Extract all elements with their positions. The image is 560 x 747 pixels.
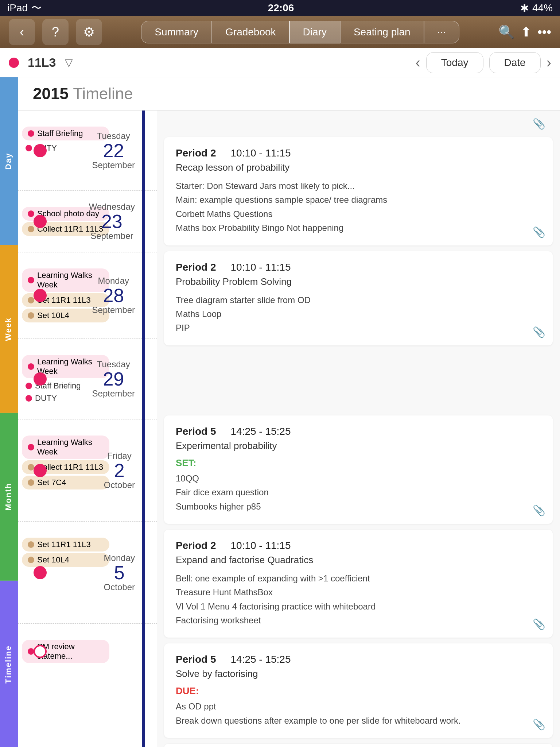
date-label-tue29: Tuesday 29 September <box>92 359 135 399</box>
month-name-tue29: September <box>92 388 135 399</box>
timeline-dot-mon5 <box>34 566 47 579</box>
lesson-title-fri2-p5: Solve by factorising <box>176 668 541 680</box>
sidebar-tab-week[interactable]: Week <box>0 245 18 413</box>
ipad-label: iPad <box>7 2 28 14</box>
timeline-dot-wed23 <box>34 215 47 228</box>
period-label-tue22-p2a: Period 2 <box>176 147 216 159</box>
timeline-dot-tue29 <box>34 372 47 386</box>
year-number: 2015 <box>33 85 69 102</box>
bluetooth-icon: ✱ <box>520 2 529 14</box>
today-button[interactable]: Today <box>426 52 483 73</box>
top-attachment: 📎 <box>164 116 553 131</box>
event-learning-walks-fri2[interactable]: Learning Walks Week <box>22 436 109 459</box>
help-button[interactable]: ? <box>42 19 69 45</box>
period-time-fri2-p5: 14:25 - 15:25 <box>230 654 291 665</box>
staff-briefing-dot-tue29 <box>26 383 32 389</box>
lesson-body-fri2-p5: As OD ppt Break down questions after exa… <box>176 700 541 728</box>
set-label-mon28-p5: SET: <box>176 457 541 469</box>
learning-walks-dot-fri2 <box>28 444 34 450</box>
set-10l4-dot-mon5 <box>28 557 34 563</box>
day-section-fri2: Learning Walks Week Collect 11R1 11L3 Se… <box>18 419 157 522</box>
tab-more[interactable]: ··· <box>424 21 459 43</box>
left-column: Staff Briefing DUTY Tuesday 22 September <box>18 111 157 747</box>
lesson-body-tue29-p2: Bell: one example of expanding with >1 c… <box>176 572 541 628</box>
staff-briefing-dot <box>28 130 34 137</box>
lesson-title-tue22-p2b: Probability Problem Solving <box>176 276 541 287</box>
event-set-11r1-mon5[interactable]: Set 11R1 11L3 <box>22 538 109 551</box>
timeline-container: Staff Briefing DUTY Tuesday 22 September <box>18 111 560 747</box>
lesson-title-tue29-p2: Expand and factorise Quadratics <box>176 554 541 566</box>
tab-gradebook[interactable]: Gradebook <box>212 21 289 43</box>
settings-button[interactable]: ⚙ <box>76 19 102 45</box>
nav-tabs: Summary Gradebook Diary Seating plan ··· <box>109 21 491 43</box>
duty-label-tue29: DUTY <box>35 394 57 403</box>
day-number-wed23: 23 <box>89 212 135 231</box>
lesson-header-tue22-p2a: Period 2 10:10 - 11:15 <box>176 147 541 159</box>
prev-button[interactable]: ‹ <box>415 52 420 73</box>
date-nav: ‹ Today Date › <box>415 52 551 73</box>
event-set-7c4-fri2[interactable]: Set 7C4 <box>22 476 109 489</box>
date-label-mon28: Monday 28 September <box>92 276 135 315</box>
pm-review-label: PM review stateme... <box>37 642 104 661</box>
nav-bar: ‹ ? ⚙ Summary Gradebook Diary Seating pl… <box>0 16 560 48</box>
collect-11r1-dot <box>28 226 34 232</box>
period-label-mon28-p5: Period 5 <box>176 426 216 437</box>
sidebar-tab-timeline[interactable]: Timeline <box>0 581 18 747</box>
set-10l4-label-mon5: Set 10L4 <box>37 555 69 565</box>
nav-right-icons: 🔍 ⬆ ••• <box>498 24 551 40</box>
back-button[interactable]: ‹ <box>9 19 35 45</box>
attachment-icon-tue22-p2a: 📎 <box>533 226 545 238</box>
lesson-card-fri2-p5: Period 5 14:25 - 15:25 Solve by factoris… <box>164 643 553 738</box>
learning-walks-label-fri2: Learning Walks Week <box>37 438 104 457</box>
day-number-mon28: 28 <box>92 286 135 305</box>
month-name-tue22: September <box>92 160 135 170</box>
class-bar: 11L3 ▽ ‹ Today Date › <box>0 48 560 77</box>
collect-label-fri2: Collect 11R1 11L3 <box>37 462 103 472</box>
timeline-section: 2015 Timeline Staff Briefing <box>18 77 560 747</box>
class-dropdown-arrow[interactable]: ▽ <box>65 57 73 69</box>
battery-label: 44% <box>532 2 553 14</box>
duty-dot-tue22 <box>26 145 32 151</box>
learning-walks-dot-mon28 <box>28 277 34 283</box>
event-set-10l4-mon5[interactable]: Set 10L4 <box>22 553 109 567</box>
date-label-wed23: Wednesday 23 September <box>89 202 135 241</box>
search-icon[interactable]: 🔍 <box>498 24 515 40</box>
tab-seating-plan[interactable]: Seating plan <box>340 21 424 43</box>
next-button[interactable]: › <box>547 52 551 73</box>
school-photo-dot <box>28 210 34 217</box>
tab-diary[interactable]: Diary <box>289 21 340 43</box>
learning-walks-dot-tue29 <box>28 363 34 370</box>
class-name: 11L3 <box>28 55 56 70</box>
lesson-header-mon28-p5: Period 5 14:25 - 15:25 <box>176 426 541 437</box>
share-icon[interactable]: ⬆ <box>521 24 532 40</box>
lesson-body-tue22-p2b: Tree diagram starter slide from OD Maths… <box>176 293 541 335</box>
lesson-card-tue22-p2b: Period 2 10:10 - 11:15 Probability Probl… <box>164 251 553 345</box>
wifi-icon: 〜 <box>31 1 42 15</box>
sidebar-tab-day[interactable]: Day <box>0 77 18 245</box>
staff-briefing-label: Staff Briefing <box>37 129 83 138</box>
day-section-mon5: Set 11R1 11L3 Set 10L4 Monday 5 October <box>18 522 157 624</box>
date-label-mon5: Monday 5 October <box>104 553 135 592</box>
date-label-fri2: Friday 2 October <box>104 451 135 490</box>
lesson-header-tue29-p2: Period 2 10:10 - 11:15 <box>176 540 541 551</box>
timeline-label: Timeline <box>73 85 133 102</box>
period-label-tue22-p2b: Period 2 <box>176 262 216 273</box>
right-column: 📎 Period 2 10:10 - 11:15 Recap lesson of… <box>157 111 560 747</box>
set-11r1-label-mon5: Set 11R1 11L3 <box>37 540 91 549</box>
class-color-dot <box>9 58 19 68</box>
attachment-icon-tue22-p2b: 📎 <box>533 326 545 338</box>
period-time-tue22-p2a: 10:10 - 11:15 <box>230 147 291 159</box>
attachment-icon-mon28-p5: 📎 <box>533 504 545 516</box>
due-label-fri2-p5: DUE: <box>176 685 541 697</box>
day-section-tue29: Learning Walks Week Staff Briefing DUTY … <box>18 339 157 419</box>
lesson-header-fri2-p5: Period 5 14:25 - 15:25 <box>176 654 541 665</box>
day-number-tue22: 22 <box>92 141 135 160</box>
overflow-icon[interactable]: ••• <box>537 24 551 40</box>
status-time: 22:06 <box>268 2 294 14</box>
date-button[interactable]: Date <box>489 52 541 73</box>
tab-summary[interactable]: Summary <box>141 21 212 43</box>
day-name-tue22: Tuesday <box>92 131 135 141</box>
day-name-tue29: Tuesday <box>92 359 135 369</box>
month-name-wed23: September <box>89 231 135 241</box>
sidebar-tab-month[interactable]: Month <box>0 413 18 581</box>
